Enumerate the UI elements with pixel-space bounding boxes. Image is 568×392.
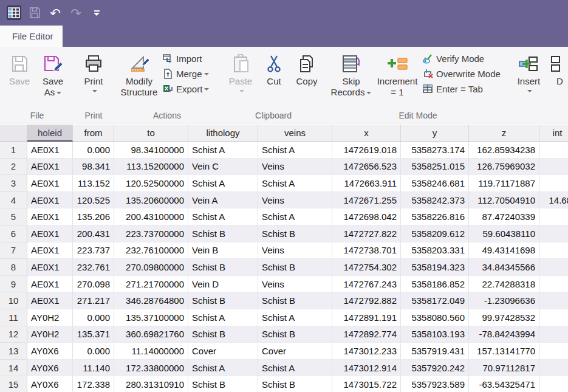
- column-header-z[interactable]: z: [469, 125, 539, 142]
- cell-from[interactable]: 0.000: [73, 142, 114, 159]
- cell-to[interactable]: 346.28764800: [114, 292, 188, 309]
- cell-lithology[interactable]: Schist B: [188, 259, 258, 276]
- cell-int[interactable]: [539, 208, 568, 225]
- cell-from[interactable]: 0.000: [73, 343, 114, 360]
- cell-z[interactable]: 119.71171887: [469, 175, 539, 192]
- cell-x[interactable]: 1472663.911: [332, 175, 401, 192]
- cell-veins[interactable]: Veins: [258, 159, 332, 176]
- cell-from[interactable]: 232.761: [73, 259, 114, 276]
- cell-to[interactable]: 135.37100000: [114, 309, 188, 326]
- cut-button[interactable]: Cut: [259, 49, 289, 109]
- cell-to[interactable]: 11.14000000: [114, 343, 188, 360]
- cell-int[interactable]: [539, 259, 568, 276]
- cell-from[interactable]: 172.338: [73, 376, 114, 392]
- cell-z[interactable]: 34.84345566: [469, 259, 539, 276]
- print-button[interactable]: Print: [75, 49, 112, 109]
- cell-z[interactable]: -63.54325471: [469, 376, 539, 392]
- cell-veins[interactable]: Schist A: [258, 175, 332, 192]
- cell-x[interactable]: 1472619.018: [332, 142, 401, 159]
- cell-y[interactable]: 5358226.816: [401, 208, 469, 225]
- cell-to[interactable]: 280.31310910: [114, 376, 188, 392]
- cell-to[interactable]: 120.52500000: [114, 175, 188, 192]
- cell-int[interactable]: 14.68: [539, 192, 568, 209]
- cell-from[interactable]: 135.206: [73, 208, 114, 225]
- cell-veins[interactable]: Schist A: [258, 360, 332, 377]
- cell-int[interactable]: [539, 343, 568, 360]
- merge-button[interactable]: Merge: [163, 66, 216, 81]
- cell-z[interactable]: 59.60438110: [469, 225, 539, 242]
- cell-x[interactable]: 1472738.701: [332, 242, 401, 260]
- cell-from[interactable]: 135.371: [73, 326, 114, 343]
- import-button[interactable]: Import: [163, 51, 216, 66]
- cell-z[interactable]: 112.70504910: [469, 192, 539, 209]
- export-button[interactable]: Export: [163, 81, 216, 97]
- cell-y[interactable]: 5358080.560: [401, 309, 469, 326]
- cell-holeid[interactable]: AY0H2: [27, 326, 73, 343]
- cell-x[interactable]: 1472767.243: [332, 276, 401, 293]
- cell-veins[interactable]: Schist B: [258, 259, 332, 276]
- delete-button-partial[interactable]: D: [546, 49, 568, 109]
- column-header-from[interactable]: from: [73, 125, 114, 142]
- cell-holeid[interactable]: AE0X1: [27, 159, 73, 176]
- cell-holeid[interactable]: AY0X6: [27, 360, 73, 377]
- cell-to[interactable]: 232.76100000: [114, 242, 188, 260]
- column-header-y[interactable]: y: [401, 125, 469, 142]
- cell-x[interactable]: 1472698.042: [332, 208, 401, 225]
- paste-button[interactable]: Paste: [222, 49, 259, 109]
- cell-from[interactable]: 0.000: [73, 309, 114, 326]
- cell-int[interactable]: [539, 242, 568, 260]
- cell-int[interactable]: [539, 159, 568, 176]
- cell-lithology[interactable]: Schist B: [188, 292, 258, 309]
- cell-z[interactable]: 157.13141770: [469, 343, 539, 360]
- cell-z[interactable]: -1.23096636: [469, 292, 539, 309]
- copy-button[interactable]: Copy: [289, 49, 324, 109]
- cell-holeid[interactable]: AY0X6: [27, 376, 73, 392]
- cell-veins[interactable]: Veins: [258, 276, 332, 293]
- cell-lithology[interactable]: Schist B: [188, 376, 258, 392]
- cell-int[interactable]: [539, 309, 568, 326]
- cell-lithology[interactable]: Schist A: [188, 142, 258, 159]
- skip-records-button[interactable]: Skip Records: [329, 49, 373, 109]
- column-header-int[interactable]: int: [539, 125, 568, 142]
- cell-int[interactable]: [539, 376, 568, 392]
- cell-to[interactable]: 113.15200000: [114, 159, 188, 176]
- row-number[interactable]: 1: [0, 142, 27, 159]
- cell-from[interactable]: 98.341: [73, 159, 114, 176]
- cell-y[interactable]: 5357923.589: [401, 376, 469, 392]
- cell-int[interactable]: [539, 225, 568, 242]
- cell-veins[interactable]: Veins: [258, 192, 332, 209]
- cell-y[interactable]: 5358246.681: [401, 175, 469, 192]
- row-number[interactable]: 9: [0, 276, 27, 293]
- cell-int[interactable]: [539, 326, 568, 343]
- cell-holeid[interactable]: AE0X1: [27, 192, 73, 209]
- cell-from[interactable]: 223.737: [73, 242, 114, 260]
- enter-tab-button[interactable]: Enter = Tab: [423, 81, 505, 97]
- cell-x[interactable]: 1472671.255: [332, 192, 401, 209]
- verify-mode-button[interactable]: Verify Mode: [423, 51, 505, 66]
- cell-z[interactable]: 70.97112817: [469, 360, 539, 377]
- row-number[interactable]: 7: [0, 242, 27, 260]
- cell-y[interactable]: 5358251.015: [401, 159, 469, 176]
- cell-x[interactable]: 1472891.191: [332, 309, 401, 326]
- row-number[interactable]: 2: [0, 159, 27, 176]
- cell-lithology[interactable]: Schist A: [188, 309, 258, 326]
- save-as-button[interactable]: Save As: [35, 49, 70, 109]
- cell-to[interactable]: 270.09800000: [114, 259, 188, 276]
- cell-lithology[interactable]: Cover: [188, 343, 258, 360]
- cell-z[interactable]: 99.97428532: [469, 309, 539, 326]
- tab-file-editor[interactable]: File Editor: [0, 26, 63, 47]
- cell-x[interactable]: 1472727.822: [332, 225, 401, 242]
- overwrite-mode-button[interactable]: Overwrite Mode: [423, 66, 505, 81]
- row-number[interactable]: 4: [0, 192, 27, 209]
- cell-holeid[interactable]: AY0H2: [27, 309, 73, 326]
- cell-x[interactable]: 1472656.523: [332, 159, 401, 176]
- cell-holeid[interactable]: AE0X1: [27, 242, 73, 260]
- cell-y[interactable]: 5358273.174: [401, 142, 469, 159]
- insert-button[interactable]: Insert: [512, 49, 546, 109]
- customize-toolbar-button[interactable]: [94, 10, 100, 16]
- cell-holeid[interactable]: AE0X1: [27, 259, 73, 276]
- cell-y[interactable]: 5358203.331: [401, 242, 469, 260]
- cell-to[interactable]: 200.43100000: [114, 208, 188, 225]
- row-number[interactable]: 11: [0, 309, 27, 326]
- cell-veins[interactable]: Veins: [258, 242, 332, 260]
